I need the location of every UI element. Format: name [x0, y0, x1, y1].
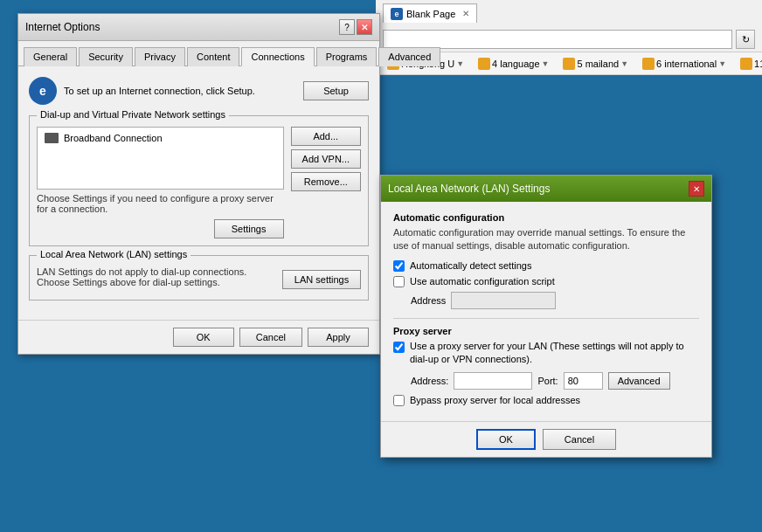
proxy-section: Proxy server Use a proxy server for your…	[393, 318, 699, 406]
auto-script-row: Use automatic configuration script	[393, 276, 699, 287]
config-address-input[interactable]	[451, 292, 556, 309]
lan-content: LAN Settings do not apply to dial-up con…	[37, 266, 361, 293]
dialog-title: Internet Options	[25, 21, 100, 33]
browser-chrome: e Blank Page ✕ ↻	[376, 0, 762, 52]
bookmark-icon	[642, 58, 655, 70]
proxy-use-label: Use a proxy server for your LAN (These s…	[410, 340, 699, 367]
port-input[interactable]	[564, 372, 603, 390]
ie-tab-icon: e	[391, 8, 403, 20]
bookmark-label: 4 language	[492, 59, 539, 69]
cancel-btn[interactable]: Cancel	[239, 328, 302, 347]
tab-general[interactable]: General	[24, 47, 77, 66]
tab-content[interactable]: Content	[187, 47, 240, 66]
vpn-list[interactable]: Broadband Connection	[37, 127, 284, 190]
proxy-address-label: Address:	[411, 376, 448, 386]
bypass-label: Bypass proxy server for local addresses	[410, 395, 580, 405]
bookmark-icon	[563, 58, 575, 70]
lan-settings-btn[interactable]: LAN settings	[282, 270, 361, 289]
proxy-address-input[interactable]	[454, 372, 532, 390]
auto-detect-label: Automatically detect settings	[410, 260, 531, 271]
refresh-btn[interactable]: ↻	[736, 30, 755, 49]
chevron-icon: ▼	[718, 59, 726, 68]
bookmark-11[interactable]: 11	[734, 55, 762, 73]
setup-btn[interactable]: Setup	[303, 81, 369, 100]
close-btn[interactable]: ✕	[357, 19, 372, 35]
setup-row: e To set up an Internet connection, clic…	[29, 77, 369, 105]
add-vpn-btn[interactable]: Add VPN...	[291, 149, 361, 169]
connections-row: Broadband Connection Choose Settings if …	[37, 127, 361, 238]
apply-btn[interactable]: Apply	[308, 328, 369, 347]
lan-settings-dialog: Local Area Network (LAN) Settings ✕ Auto…	[380, 175, 712, 458]
lan-footer: OK Cancel	[381, 421, 711, 457]
broadband-item[interactable]: Broadband Connection	[41, 131, 280, 145]
tab-strip: General Security Privacy Content Connect…	[18, 41, 379, 66]
bookmark-mailand[interactable]: 5 mailand ▼	[557, 55, 634, 73]
tab-security[interactable]: Security	[79, 47, 133, 66]
connections-list: Broadband Connection Choose Settings if …	[37, 127, 284, 238]
settings-btn[interactable]: Settings	[214, 219, 284, 238]
advanced-btn[interactable]: Advanced	[608, 372, 670, 390]
broadband-label: Broadband Connection	[64, 133, 163, 143]
proxy-label: Proxy server	[393, 326, 699, 336]
lan-section: Local Area Network (LAN) settings LAN Se…	[29, 255, 369, 301]
tab-connections[interactable]: Connections	[241, 47, 314, 66]
lan-titlebar: Local Area Network (LAN) Settings ✕	[381, 176, 711, 202]
lan-close-btn[interactable]: ✕	[689, 181, 704, 197]
auto-script-checkbox[interactable]	[393, 276, 405, 287]
auto-script-label: Use automatic configuration script	[410, 276, 555, 287]
dialup-section: Dial-up and Virtual Private Network sett…	[29, 115, 369, 246]
bookmark-international[interactable]: 6 international ▼	[636, 55, 732, 73]
tab-privacy[interactable]: Privacy	[135, 47, 185, 66]
config-address-row: Address	[411, 292, 699, 309]
bookmark-icon	[740, 58, 752, 70]
bookmark-language[interactable]: 4 language ▼	[472, 55, 555, 73]
auto-detect-checkbox[interactable]	[393, 260, 405, 272]
help-btn[interactable]: ?	[339, 19, 355, 35]
auto-config-label: Automatic configuration	[393, 212, 699, 223]
proxy-address-row: Address: Port: Advanced	[411, 372, 699, 390]
dialog-titlebar: Internet Options ? ✕	[18, 14, 379, 41]
chevron-icon: ▼	[456, 59, 464, 68]
lan-dialog-title: Local Area Network (LAN) Settings	[388, 183, 550, 195]
dialog-footer: OK Cancel Apply	[18, 320, 379, 354]
ok-btn[interactable]: OK	[173, 328, 234, 347]
bookmark-label: 6 international	[656, 59, 717, 69]
titlebar-controls: ? ✕	[339, 19, 372, 35]
bookmark-label: 5 mailand	[577, 59, 619, 69]
remove-btn[interactable]: Remove...	[291, 172, 361, 191]
chevron-icon: ▼	[542, 59, 550, 68]
dialog-content: e To set up an Internet connection, clic…	[18, 66, 379, 320]
ie-globe-icon: e	[29, 77, 57, 105]
settings-note: Choose Settings if you need to configure…	[37, 193, 284, 214]
connection-btn-group: Add... Add VPN... Remove...	[291, 127, 361, 191]
auto-detect-row: Automatically detect settings	[393, 260, 699, 272]
bypass-row: Bypass proxy server for local addresses	[393, 395, 699, 406]
bookmark-label: 11	[754, 59, 762, 69]
dialup-content: Broadband Connection Choose Settings if …	[37, 127, 361, 238]
lan-cancel-btn[interactable]: Cancel	[543, 429, 616, 450]
tab-programs[interactable]: Programs	[316, 47, 378, 66]
proxy-use-checkbox[interactable]	[393, 342, 405, 353]
internet-options-dialog: Internet Options ? ✕ General Security Pr…	[17, 13, 380, 355]
address-input[interactable]	[383, 30, 732, 49]
dialup-legend: Dial-up and Virtual Private Network sett…	[37, 109, 229, 120]
proxy-use-row: Use a proxy server for your LAN (These s…	[393, 340, 699, 367]
browser-tab[interactable]: e Blank Page ✕	[383, 3, 477, 23]
chevron-icon: ▼	[620, 59, 628, 68]
tab-advanced[interactable]: Advanced	[378, 47, 440, 66]
tab-close-btn[interactable]: ✕	[462, 9, 469, 18]
vpn-item-icon	[45, 133, 59, 143]
lan-legend: Local Area Network (LAN) settings	[37, 249, 190, 259]
setup-text: To set up an Internet connection, click …	[64, 86, 296, 96]
address-label: Address	[411, 295, 446, 306]
tab-bar: e Blank Page ✕	[376, 0, 762, 23]
lan-ok-btn[interactable]: OK	[476, 429, 536, 450]
lan-btn-row: LAN Settings do not apply to dial-up con…	[37, 266, 361, 293]
bypass-checkbox[interactable]	[393, 395, 405, 406]
lan-note: LAN Settings do not apply to dial-up con…	[37, 266, 275, 287]
auto-config-desc: Automatic configuration may override man…	[393, 226, 699, 253]
add-btn[interactable]: Add...	[291, 127, 361, 146]
port-label: Port:	[537, 376, 558, 386]
bookmark-icon	[478, 58, 490, 70]
lan-content: Automatic configuration Automatic config…	[381, 202, 711, 421]
